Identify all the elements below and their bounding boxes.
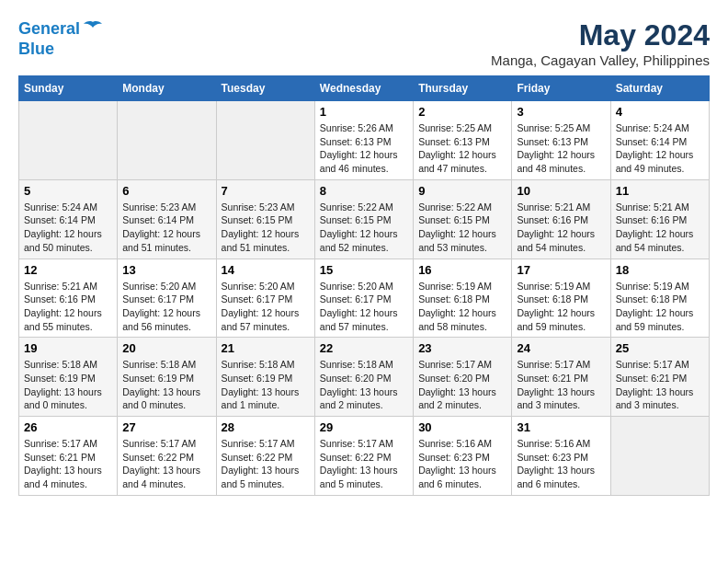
weekday-header: Wednesday	[314, 76, 413, 101]
calendar-subtitle: Manga, Cagayan Valley, Philippines	[491, 52, 710, 68]
calendar-week-row: 19Sunrise: 5:18 AM Sunset: 6:19 PM Dayli…	[19, 338, 710, 417]
calendar-week-row: 12Sunrise: 5:21 AM Sunset: 6:16 PM Dayli…	[19, 259, 710, 338]
day-info: Sunrise: 5:22 AM Sunset: 6:15 PM Dayligh…	[418, 201, 506, 255]
day-info: Sunrise: 5:25 AM Sunset: 6:13 PM Dayligh…	[517, 121, 605, 176]
calendar-cell: 2Sunrise: 5:25 AM Sunset: 6:13 PM Daylig…	[414, 101, 512, 180]
calendar-week-row: 26Sunrise: 5:17 AM Sunset: 6:21 PM Dayli…	[19, 417, 710, 496]
day-info: Sunrise: 5:23 AM Sunset: 6:15 PM Dayligh…	[222, 201, 310, 255]
day-info: Sunrise: 5:17 AM Sunset: 6:22 PM Dayligh…	[222, 437, 310, 491]
calendar-cell	[19, 101, 118, 180]
weekday-header: Thursday	[414, 76, 512, 101]
calendar-cell	[610, 417, 709, 496]
title-block: May 2024 Manga, Cagayan Valley, Philippi…	[491, 18, 710, 68]
calendar-cell: 30Sunrise: 5:16 AM Sunset: 6:23 PM Dayli…	[414, 417, 512, 496]
day-number: 28	[222, 420, 310, 434]
day-info: Sunrise: 5:18 AM Sunset: 6:19 PM Dayligh…	[24, 358, 112, 412]
day-info: Sunrise: 5:17 AM Sunset: 6:22 PM Dayligh…	[122, 437, 210, 491]
calendar-table: SundayMondayTuesdayWednesdayThursdayFrid…	[18, 75, 710, 496]
calendar-cell: 19Sunrise: 5:18 AM Sunset: 6:19 PM Dayli…	[19, 338, 118, 417]
day-info: Sunrise: 5:17 AM Sunset: 6:21 PM Dayligh…	[24, 437, 112, 491]
day-number: 27	[122, 420, 210, 434]
calendar-cell: 23Sunrise: 5:17 AM Sunset: 6:20 PM Dayli…	[414, 338, 512, 417]
calendar-cell: 27Sunrise: 5:17 AM Sunset: 6:22 PM Dayli…	[118, 417, 216, 496]
calendar-cell	[216, 101, 314, 180]
day-info: Sunrise: 5:25 AM Sunset: 6:13 PM Dayligh…	[418, 121, 506, 176]
day-number: 9	[418, 184, 506, 198]
day-number: 24	[517, 341, 605, 355]
calendar-cell: 17Sunrise: 5:19 AM Sunset: 6:18 PM Dayli…	[512, 259, 610, 338]
day-number: 5	[24, 184, 112, 198]
calendar-cell: 1Sunrise: 5:26 AM Sunset: 6:13 PM Daylig…	[314, 101, 413, 180]
day-number: 12	[24, 263, 112, 277]
calendar-cell	[118, 101, 216, 180]
day-number: 22	[320, 341, 408, 355]
day-number: 2	[418, 105, 506, 119]
calendar-cell: 11Sunrise: 5:21 AM Sunset: 6:16 PM Dayli…	[610, 179, 709, 259]
day-info: Sunrise: 5:24 AM Sunset: 6:14 PM Dayligh…	[24, 201, 112, 255]
calendar-cell: 3Sunrise: 5:25 AM Sunset: 6:13 PM Daylig…	[512, 101, 610, 180]
logo-bird-icon	[82, 18, 104, 40]
day-number: 26	[24, 420, 112, 434]
day-info: Sunrise: 5:20 AM Sunset: 6:17 PM Dayligh…	[122, 280, 210, 334]
day-number: 3	[517, 105, 605, 119]
calendar-cell: 28Sunrise: 5:17 AM Sunset: 6:22 PM Dayli…	[216, 417, 314, 496]
day-number: 6	[122, 184, 210, 198]
calendar-cell: 6Sunrise: 5:23 AM Sunset: 6:14 PM Daylig…	[118, 179, 216, 259]
day-number: 23	[418, 341, 506, 355]
day-info: Sunrise: 5:20 AM Sunset: 6:17 PM Dayligh…	[222, 280, 310, 334]
calendar-cell: 13Sunrise: 5:20 AM Sunset: 6:17 PM Dayli…	[118, 259, 216, 338]
day-info: Sunrise: 5:21 AM Sunset: 6:16 PM Dayligh…	[616, 201, 704, 255]
day-info: Sunrise: 5:24 AM Sunset: 6:14 PM Dayligh…	[616, 121, 704, 176]
day-number: 11	[616, 184, 704, 198]
calendar-cell: 18Sunrise: 5:19 AM Sunset: 6:18 PM Dayli…	[610, 259, 709, 338]
day-number: 16	[418, 263, 506, 277]
calendar-week-row: 1Sunrise: 5:26 AM Sunset: 6:13 PM Daylig…	[19, 101, 710, 180]
calendar-cell: 31Sunrise: 5:16 AM Sunset: 6:23 PM Dayli…	[512, 417, 610, 496]
day-number: 15	[320, 263, 408, 277]
calendar-cell: 10Sunrise: 5:21 AM Sunset: 6:16 PM Dayli…	[512, 179, 610, 259]
calendar-cell: 20Sunrise: 5:18 AM Sunset: 6:19 PM Dayli…	[118, 338, 216, 417]
calendar-cell: 12Sunrise: 5:21 AM Sunset: 6:16 PM Dayli…	[19, 259, 118, 338]
day-number: 4	[616, 105, 704, 119]
day-number: 17	[517, 263, 605, 277]
day-number: 1	[320, 105, 408, 119]
day-info: Sunrise: 5:18 AM Sunset: 6:19 PM Dayligh…	[122, 358, 210, 412]
day-info: Sunrise: 5:21 AM Sunset: 6:16 PM Dayligh…	[24, 280, 112, 334]
day-info: Sunrise: 5:17 AM Sunset: 6:22 PM Dayligh…	[320, 437, 408, 491]
calendar-cell: 5Sunrise: 5:24 AM Sunset: 6:14 PM Daylig…	[19, 179, 118, 259]
logo: General Blue	[18, 18, 104, 59]
calendar-cell: 29Sunrise: 5:17 AM Sunset: 6:22 PM Dayli…	[314, 417, 413, 496]
day-number: 31	[517, 420, 605, 434]
logo-line2: Blue	[18, 40, 54, 58]
day-info: Sunrise: 5:19 AM Sunset: 6:18 PM Dayligh…	[517, 280, 605, 334]
day-info: Sunrise: 5:17 AM Sunset: 6:21 PM Dayligh…	[517, 358, 605, 412]
calendar-cell: 22Sunrise: 5:18 AM Sunset: 6:20 PM Dayli…	[314, 338, 413, 417]
calendar-cell: 26Sunrise: 5:17 AM Sunset: 6:21 PM Dayli…	[19, 417, 118, 496]
logo-text: General Blue	[18, 18, 104, 59]
day-number: 30	[418, 420, 506, 434]
calendar-cell: 16Sunrise: 5:19 AM Sunset: 6:18 PM Dayli…	[414, 259, 512, 338]
weekday-header: Tuesday	[216, 76, 314, 101]
calendar-cell: 21Sunrise: 5:18 AM Sunset: 6:19 PM Dayli…	[216, 338, 314, 417]
day-info: Sunrise: 5:17 AM Sunset: 6:20 PM Dayligh…	[418, 358, 506, 412]
logo-line1: General	[18, 19, 80, 38]
weekday-header: Sunday	[19, 76, 118, 101]
page-header: General Blue May 2024 Manga, Cagayan Val…	[18, 18, 710, 68]
day-info: Sunrise: 5:17 AM Sunset: 6:21 PM Dayligh…	[616, 358, 704, 412]
day-number: 13	[122, 263, 210, 277]
day-number: 21	[222, 341, 310, 355]
day-info: Sunrise: 5:20 AM Sunset: 6:17 PM Dayligh…	[320, 280, 408, 334]
weekday-header-row: SundayMondayTuesdayWednesdayThursdayFrid…	[19, 76, 710, 101]
calendar-cell: 8Sunrise: 5:22 AM Sunset: 6:15 PM Daylig…	[314, 179, 413, 259]
calendar-week-row: 5Sunrise: 5:24 AM Sunset: 6:14 PM Daylig…	[19, 179, 710, 259]
day-info: Sunrise: 5:18 AM Sunset: 6:19 PM Dayligh…	[222, 358, 310, 412]
calendar-cell: 24Sunrise: 5:17 AM Sunset: 6:21 PM Dayli…	[512, 338, 610, 417]
day-number: 29	[320, 420, 408, 434]
calendar-cell: 9Sunrise: 5:22 AM Sunset: 6:15 PM Daylig…	[414, 179, 512, 259]
day-number: 25	[616, 341, 704, 355]
day-number: 14	[222, 263, 310, 277]
weekday-header: Friday	[512, 76, 610, 101]
day-info: Sunrise: 5:19 AM Sunset: 6:18 PM Dayligh…	[616, 280, 704, 334]
day-info: Sunrise: 5:18 AM Sunset: 6:20 PM Dayligh…	[320, 358, 408, 412]
day-info: Sunrise: 5:21 AM Sunset: 6:16 PM Dayligh…	[517, 201, 605, 255]
